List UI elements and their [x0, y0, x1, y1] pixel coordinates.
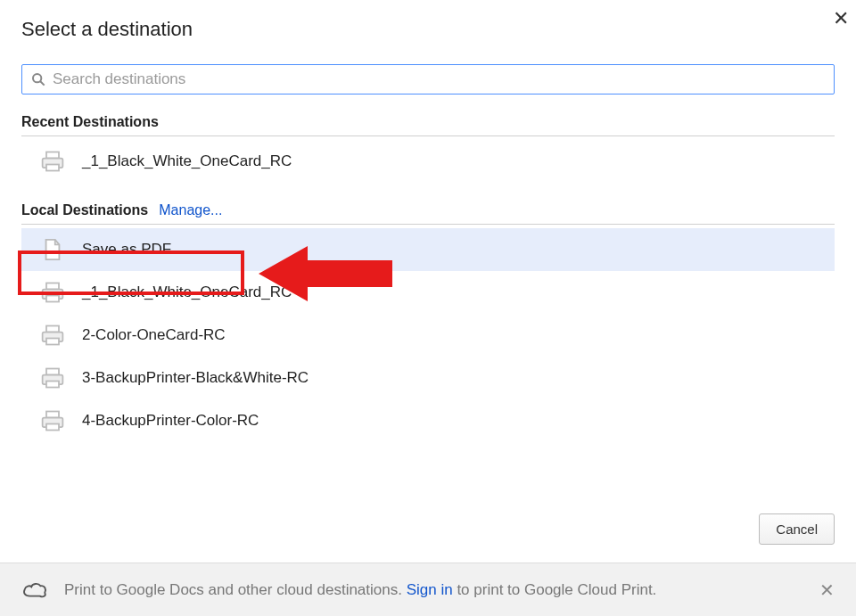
svg-rect-4: [46, 165, 59, 171]
dialog-title: Select a destination: [21, 18, 835, 41]
svg-rect-10: [46, 339, 59, 345]
svg-rect-7: [46, 296, 59, 302]
sign-in-link[interactable]: Sign in: [407, 581, 453, 598]
printer-icon: [39, 408, 66, 433]
printer-icon: [39, 280, 66, 305]
local-destinations-list: Save as PDF _1_Black_White_OneCard_RC: [21, 228, 835, 442]
svg-rect-13: [46, 382, 59, 388]
printer-icon: [39, 365, 66, 390]
svg-line-1: [40, 81, 45, 86]
recent-heading-text: Recent Destinations: [21, 114, 159, 130]
destination-item[interactable]: _1_Black_White_OneCard_RC: [21, 140, 835, 183]
recent-destinations-list: _1_Black_White_OneCard_RC: [21, 140, 835, 183]
local-destinations-heading: Local Destinations Manage...: [21, 202, 835, 218]
printer-icon: [39, 323, 66, 348]
divider: [21, 224, 835, 225]
divider: [21, 136, 835, 136]
destination-item[interactable]: _1_Black_White_OneCard_RC: [21, 271, 835, 314]
destination-label: _1_Black_White_OneCard_RC: [82, 283, 292, 301]
destination-label: 2-Color-OneCard-RC: [82, 326, 226, 344]
recent-destinations-heading: Recent Destinations: [21, 114, 835, 130]
svg-rect-5: [46, 283, 59, 290]
promo-close-button[interactable]: ✕: [819, 579, 835, 601]
cloud-icon: [21, 580, 48, 600]
destination-save-as-pdf[interactable]: Save as PDF: [21, 228, 835, 271]
document-icon: [39, 237, 66, 262]
destination-label: _1_Black_White_OneCard_RC: [82, 152, 292, 170]
destination-item[interactable]: 3-BackupPrinter-Black&White-RC: [21, 357, 835, 399]
svg-rect-16: [46, 424, 59, 431]
search-input[interactable]: [53, 70, 825, 88]
svg-rect-8: [46, 326, 59, 333]
cloud-promo-text: Print to Google Docs and other cloud des…: [64, 581, 811, 599]
promo-text-before: Print to Google Docs and other cloud des…: [64, 581, 407, 598]
search-field-wrap[interactable]: [21, 64, 835, 94]
promo-text-after: to print to Google Cloud Print.: [453, 581, 657, 598]
svg-rect-2: [46, 152, 59, 159]
destination-item[interactable]: 2-Color-OneCard-RC: [21, 314, 835, 357]
cloud-print-promo: Print to Google Docs and other cloud des…: [0, 563, 856, 616]
destination-label: 3-BackupPrinter-Black&White-RC: [82, 369, 309, 387]
svg-point-0: [33, 74, 41, 82]
destination-item[interactable]: 4-BackupPrinter-Color-RC: [21, 399, 835, 442]
destination-dialog: Select a destination Recent Destinations…: [0, 0, 856, 442]
destination-label: Save as PDF: [82, 241, 171, 259]
svg-rect-11: [46, 369, 59, 375]
destination-label: 4-BackupPrinter-Color-RC: [82, 412, 259, 430]
svg-rect-14: [46, 412, 59, 418]
cancel-button[interactable]: Cancel: [759, 513, 835, 545]
manage-link[interactable]: Manage...: [159, 202, 222, 218]
local-heading-text: Local Destinations: [21, 202, 148, 218]
search-icon: [31, 72, 45, 86]
printer-icon: [39, 149, 66, 174]
close-button[interactable]: ✕: [833, 9, 849, 29]
